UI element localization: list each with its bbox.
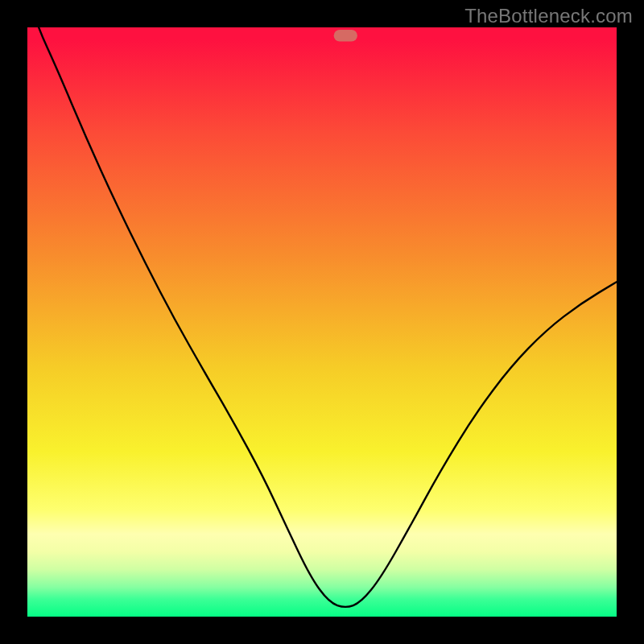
- chart-frame: TheBottleneck.com: [0, 0, 644, 644]
- attribution-label: TheBottleneck.com: [464, 5, 633, 27]
- chart-overlay: [27, 27, 617, 617]
- plot-area: [27, 27, 617, 617]
- optimal-marker: [334, 30, 357, 42]
- bottleneck-curve: [27, 27, 617, 607]
